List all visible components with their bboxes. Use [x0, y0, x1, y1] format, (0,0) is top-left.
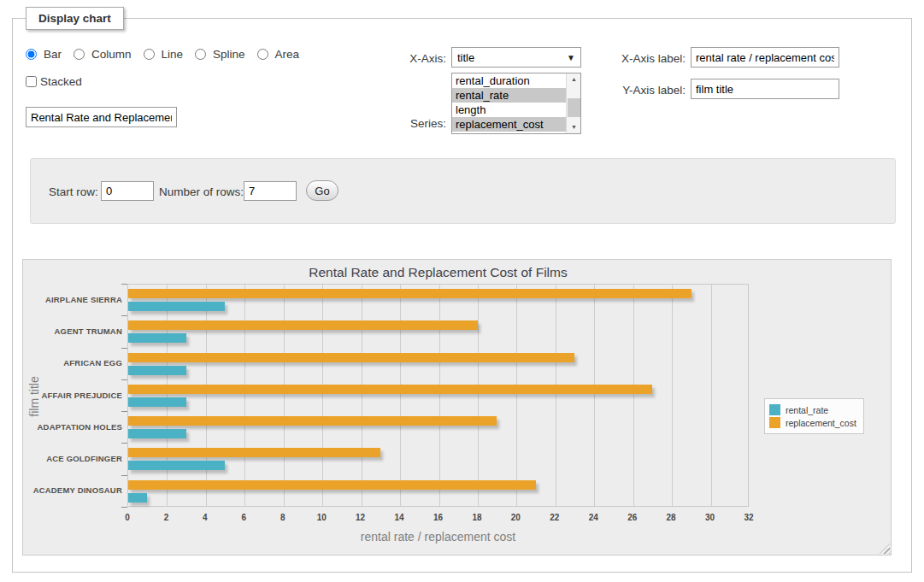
gridline — [362, 285, 362, 506]
y-tick-mark — [121, 475, 127, 476]
bar-rental_rate — [128, 397, 186, 407]
x-tick-label: 26 — [620, 513, 645, 522]
y-tick-mark — [121, 315, 127, 316]
series-scrollbar[interactable]: ▲ ▼ — [566, 73, 580, 133]
stacked-checkbox[interactable] — [26, 76, 37, 87]
bar-rental_rate — [128, 302, 225, 311]
legend-row: rental_rate — [769, 404, 856, 415]
gridline — [439, 285, 440, 506]
legend-swatch-rental_rate — [769, 404, 780, 415]
legend-row: replacement_cost — [769, 417, 856, 428]
gridline — [206, 285, 207, 506]
gridline — [322, 285, 323, 506]
gridline — [711, 285, 712, 506]
bar-rental_rate — [128, 333, 186, 343]
x-axis-label-caption: X-Axis label: — [609, 52, 686, 65]
chart-type-radio-column[interactable] — [74, 49, 85, 60]
stacked-label: Stacked — [40, 75, 82, 88]
chart-type-radio-area[interactable] — [257, 49, 268, 60]
x-tick-label: 10 — [309, 513, 334, 522]
x-tick-label: 2 — [153, 513, 179, 522]
gridline — [167, 285, 168, 506]
series-option-replacement_cost[interactable]: replacement_cost — [452, 117, 566, 132]
series-option-rental_duration[interactable]: rental_duration — [452, 73, 566, 88]
x-tick-label: 24 — [580, 513, 606, 522]
gridline — [556, 285, 556, 506]
gridline — [478, 285, 479, 506]
bar-replacement_cost — [128, 353, 574, 362]
chart-area: Rental Rate and Replacement Cost of Film… — [22, 259, 892, 556]
chart-type-label-bar: Bar — [44, 48, 62, 61]
legend-label: replacement_cost — [786, 418, 856, 428]
x-axis-title: rental rate / replacement cost — [127, 530, 749, 544]
chart-title: Rental Rate and Replacement Cost of Film… — [127, 265, 749, 280]
series-option-rental_rate[interactable]: rental_rate — [452, 88, 566, 103]
x-tick-label: 18 — [464, 513, 490, 522]
panel-title: Display chart — [26, 7, 124, 30]
x-axis-select[interactable]: title ▼ — [451, 47, 581, 68]
chart-type-label-column: Column — [91, 48, 132, 61]
series-option-length[interactable]: length — [452, 103, 566, 117]
chart-type-radio-line[interactable] — [144, 49, 155, 60]
plot-grid — [127, 284, 749, 507]
number-of-rows-label: Number of rows: — [159, 185, 244, 198]
chart-type-radio-spline[interactable] — [195, 49, 206, 60]
scroll-up-icon[interactable]: ▲ — [567, 73, 581, 85]
y-tick-mark — [121, 284, 127, 285]
category-label: AFRICAN EGG — [26, 358, 122, 367]
scrollbar-thumb[interactable] — [568, 98, 580, 117]
series-options: rental_durationrental_ratelengthreplacem… — [452, 73, 580, 132]
gridline — [594, 285, 595, 506]
category-label: ADAPTATION HOLES — [26, 422, 122, 432]
chart-title-input[interactable] — [26, 107, 177, 127]
gridline — [672, 285, 673, 506]
gridline — [400, 285, 401, 506]
bar-replacement_cost — [128, 385, 652, 394]
gridline — [244, 285, 245, 506]
category-label: AIRPLANE SIERRA — [26, 295, 122, 304]
start-row-label: Start row: — [49, 185, 98, 198]
x-axis-select-label: X-Axis: — [369, 52, 446, 65]
chart-type-radio-group: BarColumnLineSplineArea — [26, 48, 308, 61]
series-listbox[interactable]: rental_durationrental_ratelengthreplacem… — [451, 73, 581, 134]
legend-label: rental_rate — [786, 405, 828, 415]
y-tick-mark — [121, 443, 127, 444]
chart-type-label-line: Line — [162, 48, 184, 61]
y-axis-label-caption: Y-Axis label: — [609, 84, 686, 97]
x-axis-selected-value: title — [457, 51, 474, 64]
gridline — [284, 285, 285, 506]
bar-replacement_cost — [128, 320, 478, 330]
bar-rental_rate — [128, 493, 147, 503]
bar-replacement_cost — [128, 416, 497, 426]
bar-rental_rate — [128, 366, 186, 375]
stacked-row: Stacked — [26, 75, 82, 88]
category-label: ACADEMY DINOSAUR — [26, 485, 122, 495]
x-tick-label: 28 — [658, 513, 684, 522]
y-tick-mark — [121, 348, 127, 349]
bar-rental_rate — [128, 429, 186, 438]
x-tick-label: 8 — [270, 513, 296, 522]
bar-replacement_cost — [128, 480, 536, 490]
x-axis-label-input[interactable] — [691, 47, 839, 68]
series-select-label: Series: — [369, 117, 446, 130]
category-label: AFFAIR PREJUDICE — [26, 391, 122, 400]
y-tick-mark — [121, 379, 127, 380]
go-button[interactable]: Go — [306, 180, 338, 201]
x-tick-label: 14 — [386, 513, 412, 522]
x-tick-label: 20 — [503, 513, 528, 522]
bar-replacement_cost — [128, 289, 692, 298]
resize-handle-icon[interactable] — [880, 544, 890, 554]
chart-legend: rental_ratereplacement_cost — [764, 398, 864, 434]
y-axis-label-input[interactable] — [691, 79, 839, 99]
number-of-rows-input[interactable] — [244, 181, 297, 201]
chart-type-label-spline: Spline — [213, 48, 245, 61]
x-tick-label: 22 — [542, 513, 568, 522]
chevron-down-icon: ▼ — [567, 53, 575, 62]
scroll-down-icon[interactable]: ▼ — [567, 121, 581, 133]
chart-type-label-area: Area — [275, 48, 300, 61]
gridline — [516, 285, 517, 506]
x-tick-label: 16 — [426, 513, 451, 522]
start-row-input[interactable] — [101, 181, 154, 201]
y-tick-mark — [121, 507, 127, 508]
chart-type-radio-bar[interactable] — [26, 49, 37, 60]
